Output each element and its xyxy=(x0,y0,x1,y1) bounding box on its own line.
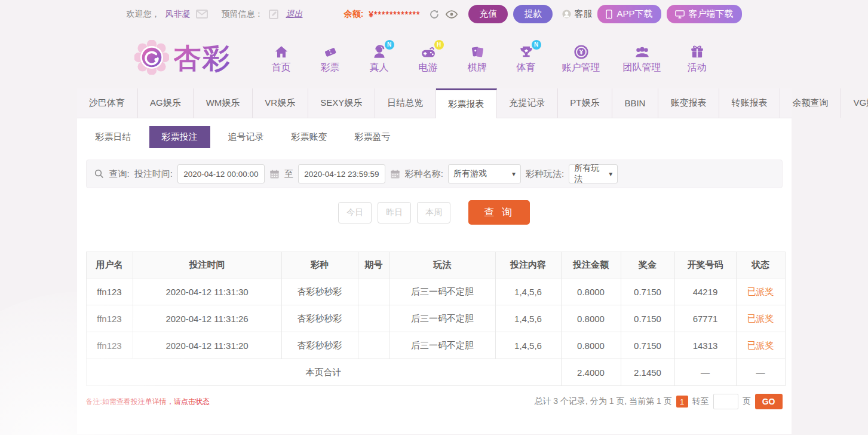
tab-vg[interactable]: VG娱乐 xyxy=(841,88,868,118)
app-download-button[interactable]: APP下载 xyxy=(597,5,661,23)
tab-bbin[interactable]: BBIN xyxy=(612,88,658,118)
calendar-icon[interactable] xyxy=(390,169,400,179)
nav-item-sports[interactable]: N 体育 xyxy=(513,43,539,74)
nav-item-boardgames[interactable]: 棋牌 xyxy=(464,43,490,74)
col-status: 状态 xyxy=(736,252,785,278)
nav-item-egames[interactable]: H 电游 xyxy=(415,43,441,74)
go-button[interactable]: GO xyxy=(755,394,783,409)
ticket-icon xyxy=(323,43,338,60)
nav-item-promotions[interactable]: 活动 xyxy=(684,43,710,74)
username-link[interactable]: 风非凝 xyxy=(165,9,191,20)
site-header: 杏彩 首页 彩票 N 真人 xyxy=(0,28,868,88)
hot-badge: H xyxy=(434,40,444,50)
status-link[interactable]: 已派奖 xyxy=(736,332,785,359)
quick-date-row: 今日 昨日 本周 查 询 xyxy=(77,200,792,225)
col-bet-time: 投注时间 xyxy=(133,252,281,278)
goto-page-input[interactable] xyxy=(713,394,738,409)
search-icon xyxy=(94,169,105,179)
play-type-select[interactable]: 所有玩法 xyxy=(569,164,618,183)
tab-balance-query[interactable]: 余额查询 xyxy=(780,88,841,118)
new-badge: N xyxy=(532,40,541,50)
users-icon xyxy=(634,43,651,60)
prize-total: 2.1450 xyxy=(621,359,674,386)
recharge-button[interactable]: 充值 xyxy=(468,5,508,23)
table-footer: 备注:如需查看投注单详情，请点击状态 总计 3 个记录, 分为 1 页, 当前第… xyxy=(86,394,783,409)
eye-icon[interactable] xyxy=(445,10,458,19)
subtab-lottery-daily[interactable]: 彩票日结 xyxy=(86,127,141,148)
subtab-lottery-bets[interactable]: 彩票投注 xyxy=(149,126,210,148)
main-nav: 首页 彩票 N 真人 H 电游 xyxy=(268,43,710,74)
gamepad-icon: H xyxy=(420,43,437,60)
subtab-lottery-account-change[interactable]: 彩票账变 xyxy=(282,127,337,148)
col-issue: 期号 xyxy=(358,252,389,278)
withdraw-button[interactable]: 提款 xyxy=(513,5,553,23)
subtab-lottery-profit-loss[interactable]: 彩票盈亏 xyxy=(345,127,400,148)
tab-daily-summary[interactable]: 日结总览 xyxy=(375,88,436,118)
note-text: 备注:如需查看投注单详情，请点击状态 xyxy=(86,397,210,407)
live-dealer-icon: N xyxy=(372,43,387,60)
balance-label: 余额: xyxy=(344,9,364,20)
customer-service-link[interactable]: 客服 xyxy=(562,8,592,20)
tab-shaba-sports[interactable]: 沙巴体育 xyxy=(77,88,138,118)
nav-item-account[interactable]: 账户管理 xyxy=(562,43,600,74)
table-header-row: 用户名 投注时间 彩种 期号 玩法 投注内容 投注金额 奖金 开奖号码 状态 xyxy=(86,252,785,278)
bets-table: 用户名 投注时间 彩种 期号 玩法 投注内容 投注金额 奖金 开奖号码 状态 f… xyxy=(86,252,786,386)
search-filter-bar: 查询: 投注时间: 至 彩种名称: 所有游戏 彩种玩法: 所有玩法 xyxy=(86,160,783,188)
table-row: ffn123 2020-04-12 11:31:20 杏彩秒秒彩 后三一码不定胆… xyxy=(86,332,785,359)
col-play-type: 玩法 xyxy=(389,252,495,278)
col-draw-number: 开奖号码 xyxy=(674,252,736,278)
headset-icon xyxy=(562,9,572,19)
tab-ag[interactable]: AG娱乐 xyxy=(138,88,194,118)
cards-icon xyxy=(470,43,485,60)
home-icon xyxy=(274,43,289,60)
status-link[interactable]: 已派奖 xyxy=(736,278,785,305)
nav-item-team[interactable]: 团队管理 xyxy=(623,43,661,74)
coin-icon xyxy=(573,43,589,60)
logout-link[interactable]: 退出 xyxy=(286,9,303,20)
yesterday-button[interactable]: 昨日 xyxy=(378,202,411,223)
tab-sexy[interactable]: SEXY娱乐 xyxy=(308,88,375,118)
tab-deposit-withdraw[interactable]: 充提记录 xyxy=(497,88,558,118)
subtab-chase-records[interactable]: 追号记录 xyxy=(219,127,274,148)
phone-icon xyxy=(606,10,612,19)
this-week-button[interactable]: 本周 xyxy=(417,202,450,223)
tab-pt[interactable]: PT娱乐 xyxy=(558,88,612,118)
logo-text: 杏彩 xyxy=(174,40,231,77)
reserved-info-label: 预留信息： xyxy=(222,9,263,20)
client-download-button[interactable]: 客户端下载 xyxy=(667,5,742,23)
nav-item-live[interactable]: N 真人 xyxy=(366,43,392,74)
table-row: ffn123 2020-04-12 11:31:26 杏彩秒秒彩 后三一码不定胆… xyxy=(86,305,785,332)
pagination-summary: 总计 3 个记录, 分为 1 页, 当前第 1 页 xyxy=(534,396,671,407)
col-bet-content: 投注内容 xyxy=(495,252,561,278)
envelope-icon[interactable] xyxy=(196,10,208,19)
col-game: 彩种 xyxy=(281,252,358,278)
game-select[interactable]: 所有游戏 xyxy=(448,164,521,183)
nav-item-lottery[interactable]: 彩票 xyxy=(317,43,343,74)
main-panel: 沙巴体育 AG娱乐 WM娱乐 VR娱乐 SEXY娱乐 日结总览 彩票报表 充提记… xyxy=(77,88,792,434)
tab-transfer-report[interactable]: 转账报表 xyxy=(719,88,780,118)
refresh-icon[interactable] xyxy=(429,9,440,20)
tab-lottery-report[interactable]: 彩票报表 xyxy=(436,88,497,118)
balance-value: ¥************ xyxy=(369,10,420,19)
current-page-badge[interactable]: 1 xyxy=(676,396,688,408)
nav-item-home[interactable]: 首页 xyxy=(268,43,295,74)
search-submit-button[interactable]: 查 询 xyxy=(468,200,530,225)
tab-account-change[interactable]: 账变报表 xyxy=(658,88,719,118)
col-prize: 奖金 xyxy=(621,252,674,278)
bet-amount-total: 2.4000 xyxy=(561,359,621,386)
time-to-input[interactable] xyxy=(298,164,385,183)
pagination: 总计 3 个记录, 分为 1 页, 当前第 1 页 1 转至 页 GO xyxy=(534,394,782,409)
page-total-label: 本页合计 xyxy=(86,359,561,386)
play-type-label: 彩种玩法: xyxy=(526,169,564,180)
tab-wm[interactable]: WM娱乐 xyxy=(194,88,253,118)
tab-vr[interactable]: VR娱乐 xyxy=(253,88,308,118)
logo-emblem-icon xyxy=(134,40,169,76)
calendar-icon[interactable] xyxy=(269,169,280,179)
status-link[interactable]: 已派奖 xyxy=(736,305,785,332)
today-button[interactable]: 今日 xyxy=(338,202,372,223)
edit-icon[interactable] xyxy=(269,10,278,19)
time-from-input[interactable] xyxy=(177,164,265,183)
summary-row: 本页合计 2.4000 2.1450 — — xyxy=(86,359,785,386)
col-username: 用户名 xyxy=(86,252,133,278)
site-logo[interactable]: 杏彩 xyxy=(134,40,231,77)
